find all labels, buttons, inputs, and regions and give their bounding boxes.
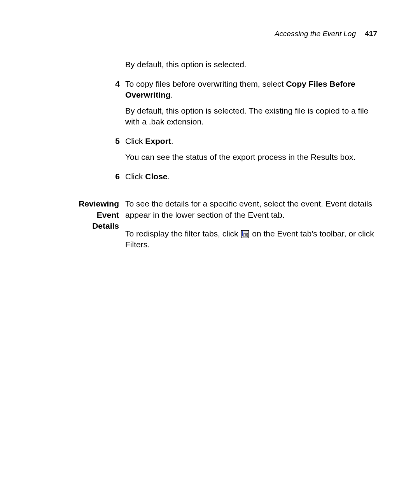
section-body: To see the details for a specific event,… <box>125 198 377 255</box>
step5-bold: Export <box>145 136 171 145</box>
section-p1: To see the details for a specific event,… <box>125 198 377 220</box>
section-p2: To redisplay the filter tabs, click on t… <box>125 228 377 250</box>
step-number: 5 <box>58 136 125 147</box>
intro-text: By default, this option is selected. <box>125 59 377 70</box>
intro-row: By default, this option is selected. <box>58 59 377 75</box>
step4-detail: By default, this option is selected. The… <box>125 105 377 128</box>
filter-toolbar-icon <box>241 230 249 238</box>
step4-lead: To copy files before overwriting them, s… <box>125 79 286 88</box>
step-body: Click Export. You can see the status of … <box>125 136 377 167</box>
step-row: 4 To copy files before overwriting them,… <box>58 79 377 132</box>
step5-detail: You can see the status of the export pro… <box>125 152 377 163</box>
running-header: Accessing the Event Log 417 <box>58 29 377 39</box>
page-number: 417 <box>365 30 377 38</box>
section-heading-line2: Details <box>92 221 119 230</box>
step4-tail: . <box>171 90 173 99</box>
svg-rect-1 <box>242 231 243 236</box>
step-row: 6 Click Close. <box>58 171 377 187</box>
step6-bold: Close <box>145 172 167 181</box>
intro-body: By default, this option is selected. <box>125 59 377 75</box>
step5-instruction: Click Export. <box>125 136 377 147</box>
step-body: To copy files before overwriting them, s… <box>125 79 377 132</box>
section-heading-line1: Reviewing Event <box>79 199 119 219</box>
step6-tail: . <box>168 172 170 181</box>
step-number: 6 <box>58 171 125 182</box>
section-heading: Reviewing Event Details <box>58 198 125 231</box>
step5-lead: Click <box>125 136 145 145</box>
step6-instruction: Click Close. <box>125 171 377 182</box>
page: Accessing the Event Log 417 By default, … <box>0 0 420 504</box>
step5-tail: . <box>171 136 173 145</box>
section-row: Reviewing Event Details To see the detai… <box>58 198 377 255</box>
step-row: 5 Click Export. You can see the status o… <box>58 136 377 167</box>
step-body: Click Close. <box>125 171 377 187</box>
running-title: Accessing the Event Log <box>275 30 356 38</box>
step6-lead: Click <box>125 172 145 181</box>
section-p2-lead: To redisplay the filter tabs, click <box>125 229 240 238</box>
svg-rect-2 <box>244 233 248 237</box>
step4-instruction: To copy files before overwriting them, s… <box>125 79 377 101</box>
step-number: 4 <box>58 79 125 89</box>
